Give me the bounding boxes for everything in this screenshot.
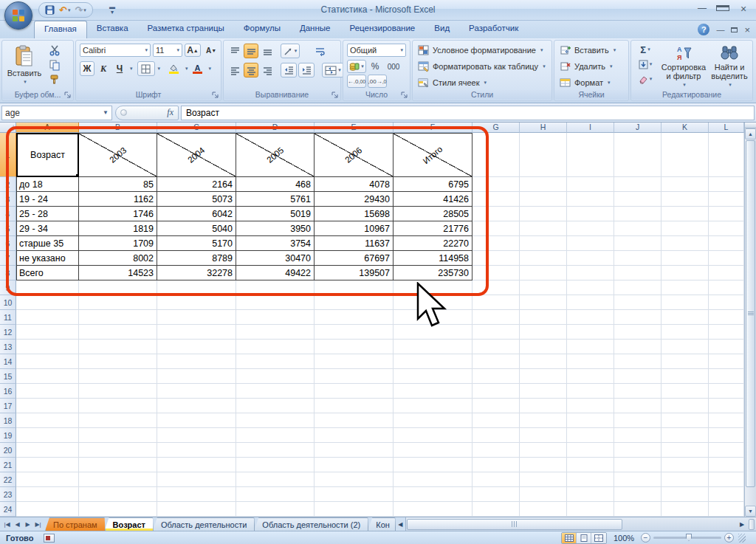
- cell-L15[interactable]: [709, 369, 744, 384]
- cell-L20[interactable]: [709, 443, 744, 458]
- cell-G22[interactable]: [472, 472, 520, 487]
- cell-A1[interactable]: Возраст: [16, 133, 79, 177]
- cell-C7[interactable]: 8789: [157, 251, 236, 266]
- cell-H15[interactable]: [520, 369, 567, 384]
- tab-data[interactable]: Данные: [290, 21, 340, 38]
- cell-J14[interactable]: [614, 354, 662, 369]
- cell-L12[interactable]: [709, 325, 744, 340]
- tab-developer[interactable]: Разработчик: [459, 21, 528, 38]
- tab-home[interactable]: Главная: [34, 21, 87, 38]
- cell-K21[interactable]: [662, 458, 709, 472]
- cell-G10[interactable]: [472, 295, 520, 310]
- cell-G24[interactable]: [472, 502, 520, 517]
- cell-G7[interactable]: [472, 251, 520, 266]
- cell-J6[interactable]: [614, 236, 662, 251]
- scroll-up-arrow[interactable]: ▲: [745, 128, 756, 140]
- font-dialog-launcher[interactable]: [212, 92, 219, 99]
- cell-A21[interactable]: [16, 458, 79, 472]
- cell-H23[interactable]: [520, 487, 567, 502]
- cell-F5[interactable]: 21776: [394, 221, 472, 236]
- cell-I2[interactable]: [567, 177, 614, 192]
- cell-F14[interactable]: [394, 354, 472, 369]
- paste-dropdown-arrow[interactable]: ▾: [24, 79, 27, 85]
- column-header-D[interactable]: D: [236, 123, 315, 133]
- cell-D20[interactable]: [236, 443, 315, 458]
- font-color-dropdown-arrow[interactable]: ▾: [209, 66, 212, 72]
- cell-G15[interactable]: [472, 369, 520, 384]
- cell-B15[interactable]: [79, 369, 157, 384]
- cell-L17[interactable]: [709, 399, 744, 413]
- sheet-tab-vozrast[interactable]: Возраст: [105, 517, 154, 531]
- cell-A15[interactable]: [16, 369, 79, 384]
- underline-dropdown-arrow[interactable]: ▾: [130, 66, 133, 72]
- doc-restore-button[interactable]: [731, 25, 738, 34]
- cell-E21[interactable]: [315, 458, 394, 472]
- cell-H10[interactable]: [520, 295, 567, 310]
- column-header-J[interactable]: J: [614, 123, 662, 133]
- cell-A4[interactable]: 25 - 28: [16, 207, 79, 221]
- currency-button[interactable]: ▾: [347, 60, 366, 73]
- zoom-out-button[interactable]: −: [641, 533, 650, 543]
- cell-D17[interactable]: [236, 399, 315, 413]
- cell-I17[interactable]: [567, 399, 614, 413]
- cell-E3[interactable]: 29430: [315, 192, 394, 207]
- cell-K19[interactable]: [662, 428, 709, 443]
- cell-A19[interactable]: [16, 428, 79, 443]
- formula-input[interactable]: Возраст: [181, 106, 755, 120]
- cell-B19[interactable]: [79, 428, 157, 443]
- cell-J23[interactable]: [614, 487, 662, 502]
- cell-L24[interactable]: [709, 502, 744, 517]
- macro-record-button[interactable]: [44, 534, 55, 543]
- cell-K15[interactable]: [662, 369, 709, 384]
- cell-F20[interactable]: [394, 443, 472, 458]
- cell-B11[interactable]: [79, 310, 157, 325]
- cell-C15[interactable]: [157, 369, 236, 384]
- cell-F9[interactable]: [394, 280, 472, 295]
- row-header-23[interactable]: 23: [0, 487, 16, 502]
- cell-A17[interactable]: [16, 399, 79, 413]
- bold-button[interactable]: Ж: [80, 61, 94, 76]
- decrease-decimal-button[interactable]: ,00→,0: [368, 75, 387, 88]
- cell-A20[interactable]: [16, 443, 79, 458]
- cell-B18[interactable]: [79, 413, 157, 428]
- page-layout-view-button[interactable]: [577, 533, 591, 543]
- cell-L22[interactable]: [709, 472, 744, 487]
- cell-L1[interactable]: [709, 133, 744, 177]
- cell-K6[interactable]: [662, 236, 709, 251]
- row-header-21[interactable]: 21: [0, 458, 16, 472]
- cell-K16[interactable]: [662, 384, 709, 399]
- cell-I19[interactable]: [567, 428, 614, 443]
- column-header-K[interactable]: K: [662, 123, 709, 133]
- cell-I7[interactable]: [567, 251, 614, 266]
- cell-D3[interactable]: 5761: [236, 192, 315, 207]
- cell-A5[interactable]: 29 - 34: [16, 221, 79, 236]
- cell-B6[interactable]: 1709: [79, 236, 157, 251]
- cell-styles-button[interactable]: Стили ячеек▾: [415, 75, 551, 91]
- comma-style-button[interactable]: 000: [384, 60, 403, 73]
- wrap-text-button[interactable]: [312, 44, 328, 58]
- cell-L21[interactable]: [709, 458, 744, 472]
- cell-H3[interactable]: [520, 192, 567, 207]
- cell-D15[interactable]: [236, 369, 315, 384]
- cell-A9[interactable]: [16, 280, 79, 295]
- cell-K17[interactable]: [662, 399, 709, 413]
- alignment-dialog-launcher[interactable]: [331, 92, 339, 99]
- cell-E15[interactable]: [315, 369, 394, 384]
- cell-K10[interactable]: [662, 295, 709, 310]
- cell-J13[interactable]: [614, 340, 662, 354]
- sort-filter-button[interactable]: А Я Сортировка и фильтр▾: [661, 42, 707, 91]
- cell-E6[interactable]: 11637: [315, 236, 394, 251]
- cell-L9[interactable]: [709, 280, 744, 295]
- column-header-H[interactable]: H: [520, 123, 567, 133]
- number-dialog-launcher[interactable]: [401, 92, 408, 99]
- cell-B16[interactable]: [79, 384, 157, 399]
- cell-E1[interactable]: 2006: [315, 133, 394, 177]
- cell-J16[interactable]: [614, 384, 662, 399]
- cell-K8[interactable]: [662, 266, 709, 280]
- select-all-corner[interactable]: [0, 123, 16, 133]
- cell-C8[interactable]: 32278: [157, 266, 236, 280]
- cell-D22[interactable]: [236, 472, 315, 487]
- cell-F6[interactable]: 22270: [394, 236, 472, 251]
- cell-A11[interactable]: [16, 310, 79, 325]
- cell-I22[interactable]: [567, 472, 614, 487]
